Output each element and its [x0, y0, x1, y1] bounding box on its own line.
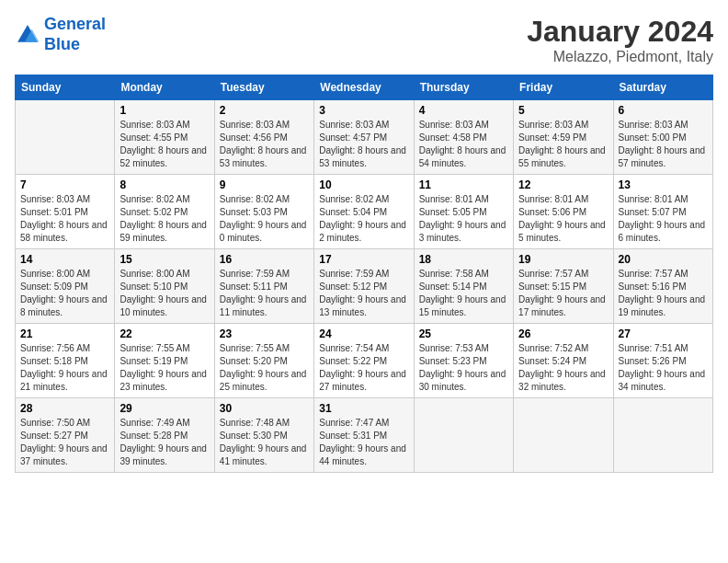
- day-number: 31: [319, 402, 408, 415]
- day-number: 30: [220, 402, 309, 415]
- weekday-header-monday: Monday: [115, 75, 214, 100]
- day-number: 19: [518, 253, 608, 266]
- calendar-cell: [16, 100, 115, 175]
- calendar-week-row: 28Sunrise: 7:50 AMSunset: 5:27 PMDayligh…: [16, 398, 713, 473]
- day-number: 14: [20, 253, 109, 266]
- calendar-cell: 4Sunrise: 8:03 AMSunset: 4:58 PMDaylight…: [414, 100, 513, 175]
- day-number: 23: [220, 327, 309, 340]
- calendar-week-row: 7Sunrise: 8:03 AMSunset: 5:01 PMDaylight…: [16, 175, 713, 249]
- day-info: Sunrise: 7:49 AMSunset: 5:28 PMDaylight:…: [119, 417, 209, 468]
- calendar-cell: 29Sunrise: 7:49 AMSunset: 5:28 PMDayligh…: [115, 398, 214, 473]
- day-info: Sunrise: 8:03 AMSunset: 4:58 PMDaylight:…: [419, 119, 508, 170]
- day-number: 10: [319, 178, 408, 191]
- day-number: 16: [220, 253, 309, 266]
- weekday-header-row: SundayMondayTuesdayWednesdayThursdayFrid…: [16, 75, 713, 100]
- day-number: 27: [619, 327, 708, 340]
- day-info: Sunrise: 8:03 AMSunset: 4:55 PMDaylight:…: [119, 119, 209, 170]
- calendar-cell: 17Sunrise: 7:59 AMSunset: 5:12 PMDayligh…: [314, 249, 414, 324]
- day-info: Sunrise: 8:02 AMSunset: 5:02 PMDaylight:…: [119, 193, 209, 245]
- day-number: 9: [220, 178, 309, 191]
- calendar-cell: 1Sunrise: 8:03 AMSunset: 4:55 PMDaylight…: [115, 100, 214, 175]
- day-info: Sunrise: 7:57 AMSunset: 5:16 PMDaylight:…: [619, 268, 708, 319]
- day-info: Sunrise: 7:53 AMSunset: 5:23 PMDaylight:…: [419, 342, 508, 394]
- calendar-cell: 25Sunrise: 7:53 AMSunset: 5:23 PMDayligh…: [414, 324, 513, 398]
- calendar-cell: 22Sunrise: 7:55 AMSunset: 5:19 PMDayligh…: [115, 324, 214, 398]
- weekday-header-wednesday: Wednesday: [314, 75, 414, 100]
- calendar-cell: 31Sunrise: 7:47 AMSunset: 5:31 PMDayligh…: [314, 398, 414, 473]
- day-number: 26: [518, 327, 608, 340]
- calendar-cell: 24Sunrise: 7:54 AMSunset: 5:22 PMDayligh…: [314, 324, 414, 398]
- day-info: Sunrise: 7:54 AMSunset: 5:22 PMDaylight:…: [319, 342, 408, 394]
- day-info: Sunrise: 7:56 AMSunset: 5:18 PMDaylight:…: [20, 342, 109, 394]
- day-number: 22: [119, 327, 209, 340]
- calendar-cell: 21Sunrise: 7:56 AMSunset: 5:18 PMDayligh…: [16, 324, 115, 398]
- day-number: 29: [119, 402, 209, 415]
- day-info: Sunrise: 7:57 AMSunset: 5:15 PMDaylight:…: [518, 268, 608, 319]
- day-info: Sunrise: 7:51 AMSunset: 5:26 PMDaylight:…: [619, 342, 708, 394]
- day-number: 5: [518, 104, 608, 117]
- calendar-cell: 13Sunrise: 8:01 AMSunset: 5:07 PMDayligh…: [613, 175, 712, 249]
- calendar-cell: 7Sunrise: 8:03 AMSunset: 5:01 PMDaylight…: [16, 175, 115, 249]
- day-info: Sunrise: 7:59 AMSunset: 5:11 PMDaylight:…: [220, 268, 309, 319]
- calendar-cell: 5Sunrise: 8:03 AMSunset: 4:59 PMDaylight…: [514, 100, 613, 175]
- calendar-cell: [414, 398, 513, 473]
- day-number: 25: [419, 327, 508, 340]
- calendar-cell: 14Sunrise: 8:00 AMSunset: 5:09 PMDayligh…: [16, 249, 115, 324]
- day-number: 4: [419, 104, 508, 117]
- logo-icon: [15, 22, 40, 48]
- day-number: 1: [119, 104, 209, 117]
- day-info: Sunrise: 8:00 AMSunset: 5:10 PMDaylight:…: [119, 268, 209, 319]
- day-info: Sunrise: 7:47 AMSunset: 5:31 PMDaylight:…: [319, 417, 408, 468]
- calendar-cell: 18Sunrise: 7:58 AMSunset: 5:14 PMDayligh…: [414, 249, 513, 324]
- day-info: Sunrise: 7:58 AMSunset: 5:14 PMDaylight:…: [419, 268, 508, 319]
- location: Melazzo, Piedmont, Italy: [527, 49, 713, 65]
- calendar-cell: 3Sunrise: 8:03 AMSunset: 4:57 PMDaylight…: [314, 100, 414, 175]
- day-info: Sunrise: 8:03 AMSunset: 4:56 PMDaylight:…: [220, 119, 309, 170]
- day-info: Sunrise: 8:01 AMSunset: 5:07 PMDaylight:…: [619, 193, 708, 245]
- day-number: 7: [20, 178, 109, 191]
- calendar-table: SundayMondayTuesdayWednesdayThursdayFrid…: [15, 75, 713, 473]
- month-title: January 2024: [527, 15, 713, 49]
- calendar-cell: 20Sunrise: 7:57 AMSunset: 5:16 PMDayligh…: [613, 249, 712, 324]
- day-info: Sunrise: 8:02 AMSunset: 5:04 PMDaylight:…: [319, 193, 408, 245]
- day-info: Sunrise: 8:01 AMSunset: 5:05 PMDaylight:…: [419, 193, 508, 245]
- day-number: 17: [319, 253, 408, 266]
- day-info: Sunrise: 8:01 AMSunset: 5:06 PMDaylight:…: [518, 193, 608, 245]
- calendar-cell: 11Sunrise: 8:01 AMSunset: 5:05 PMDayligh…: [414, 175, 513, 249]
- day-number: 15: [119, 253, 209, 266]
- day-number: 12: [518, 178, 608, 191]
- day-number: 18: [419, 253, 508, 266]
- calendar-cell: 12Sunrise: 8:01 AMSunset: 5:06 PMDayligh…: [514, 175, 613, 249]
- day-number: 13: [619, 178, 708, 191]
- day-number: 28: [20, 402, 109, 415]
- calendar-cell: 28Sunrise: 7:50 AMSunset: 5:27 PMDayligh…: [16, 398, 115, 473]
- calendar-cell: 6Sunrise: 8:03 AMSunset: 5:00 PMDaylight…: [613, 100, 712, 175]
- day-number: 21: [20, 327, 109, 340]
- calendar-week-row: 14Sunrise: 8:00 AMSunset: 5:09 PMDayligh…: [16, 249, 713, 324]
- weekday-header-sunday: Sunday: [16, 75, 115, 100]
- calendar-cell: [514, 398, 613, 473]
- day-info: Sunrise: 8:00 AMSunset: 5:09 PMDaylight:…: [20, 268, 109, 319]
- weekday-header-tuesday: Tuesday: [214, 75, 313, 100]
- calendar-cell: 19Sunrise: 7:57 AMSunset: 5:15 PMDayligh…: [514, 249, 613, 324]
- calendar-cell: 2Sunrise: 8:03 AMSunset: 4:56 PMDaylight…: [214, 100, 313, 175]
- day-info: Sunrise: 7:50 AMSunset: 5:27 PMDaylight:…: [20, 417, 109, 468]
- weekday-header-saturday: Saturday: [613, 75, 712, 100]
- calendar-cell: 9Sunrise: 8:02 AMSunset: 5:03 PMDaylight…: [214, 175, 313, 249]
- day-info: Sunrise: 8:03 AMSunset: 5:00 PMDaylight:…: [619, 119, 708, 170]
- logo-text: General Blue: [44, 15, 106, 54]
- day-info: Sunrise: 7:52 AMSunset: 5:24 PMDaylight:…: [518, 342, 608, 394]
- day-info: Sunrise: 7:55 AMSunset: 5:19 PMDaylight:…: [119, 342, 209, 394]
- day-number: 3: [319, 104, 408, 117]
- day-info: Sunrise: 8:03 AMSunset: 5:01 PMDaylight:…: [20, 193, 109, 245]
- calendar-cell: 27Sunrise: 7:51 AMSunset: 5:26 PMDayligh…: [613, 324, 712, 398]
- calendar-cell: 10Sunrise: 8:02 AMSunset: 5:04 PMDayligh…: [314, 175, 414, 249]
- calendar-cell: 23Sunrise: 7:55 AMSunset: 5:20 PMDayligh…: [214, 324, 313, 398]
- day-info: Sunrise: 7:48 AMSunset: 5:30 PMDaylight:…: [220, 417, 309, 468]
- calendar-cell: 26Sunrise: 7:52 AMSunset: 5:24 PMDayligh…: [514, 324, 613, 398]
- day-info: Sunrise: 8:03 AMSunset: 4:59 PMDaylight:…: [518, 119, 608, 170]
- weekday-header-thursday: Thursday: [414, 75, 513, 100]
- day-info: Sunrise: 8:03 AMSunset: 4:57 PMDaylight:…: [319, 119, 408, 170]
- logo: General Blue: [15, 15, 106, 54]
- calendar-week-row: 21Sunrise: 7:56 AMSunset: 5:18 PMDayligh…: [16, 324, 713, 398]
